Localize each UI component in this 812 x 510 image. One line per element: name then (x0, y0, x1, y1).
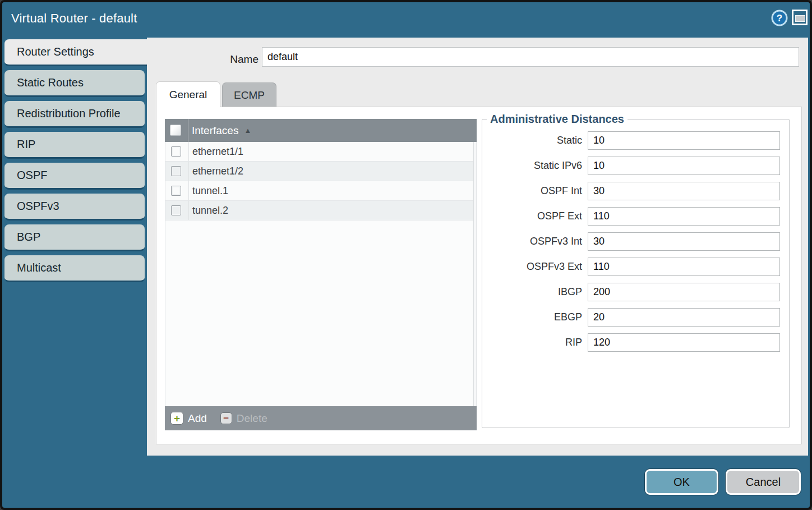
ebgp-label: EBGP (482, 311, 588, 323)
static-input[interactable] (588, 131, 780, 150)
svg-text:?: ? (777, 13, 782, 24)
ibgp-label: IBGP (482, 286, 588, 298)
static-label: Static (482, 135, 588, 146)
static-ipv6-label: Static IPv6 (482, 160, 588, 172)
interfaces-table-body: ethernet1/1 ethernet1/2 tunnel.1 tunnel.… (165, 142, 477, 406)
interface-name: tunnel.2 (192, 205, 228, 217)
sidebar-item-router-settings[interactable]: Router Settings (4, 39, 149, 66)
delete-button-label: Delete (237, 412, 267, 425)
interface-name: ethernet1/1 (192, 146, 243, 158)
sidebar-item-ospf[interactable]: OSPF (4, 163, 145, 190)
interface-name: ethernet1/2 (192, 166, 243, 177)
title-bar: Virtual Router - default ? (2, 2, 810, 38)
tab-ecmp[interactable]: ECMP (222, 82, 276, 107)
ok-button[interactable]: OK (645, 469, 718, 495)
ospf-int-label: OSPF Int (482, 185, 588, 197)
sidebar-item-ospfv3[interactable]: OSPFv3 (4, 194, 145, 220)
ospfv3-int-label: OSPFv3 Int (482, 236, 588, 247)
row-checkbox[interactable] (171, 186, 181, 196)
general-tab-panel: Interfaces ▲ ethernet1/1 ethernet1/2 tun… (156, 107, 802, 444)
table-scrollbar[interactable] (473, 142, 476, 406)
help-icon[interactable]: ? (771, 9, 788, 27)
add-button[interactable]: + Add (170, 412, 207, 425)
name-label: Name (211, 50, 259, 68)
dialog-title: Virtual Router - default (11, 11, 137, 26)
ospf-int-input[interactable] (588, 182, 780, 200)
add-button-label: Add (188, 412, 207, 425)
sort-ascending-icon[interactable]: ▲ (244, 126, 251, 135)
virtual-router-dialog: Virtual Router - default ? Router Settin… (0, 0, 812, 510)
ebgp-input[interactable] (588, 308, 780, 327)
select-all-checkbox[interactable] (170, 125, 181, 136)
static-ipv6-input[interactable] (588, 157, 780, 175)
ospfv3-int-input[interactable] (588, 232, 780, 251)
administrative-distances-legend: Administrative Distances (487, 113, 628, 126)
ospfv3-ext-label: OSPFv3 Ext (482, 261, 588, 273)
ospfv3-ext-input[interactable] (588, 258, 780, 276)
sidebar-item-static-routes[interactable]: Static Routes (4, 70, 145, 97)
interfaces-column-header[interactable]: Interfaces ▲ (165, 119, 477, 142)
ospf-ext-label: OSPF Ext (482, 210, 588, 222)
sidebar-item-redistribution-profile[interactable]: Redistribution Profile (4, 101, 145, 128)
delete-button[interactable]: − Delete (220, 412, 267, 425)
add-plus-icon: + (170, 412, 183, 425)
interface-name: tunnel.1 (192, 185, 228, 197)
row-checkbox[interactable] (171, 205, 181, 215)
row-checkbox[interactable] (171, 166, 181, 176)
sidebar-item-bgp[interactable]: BGP (4, 224, 145, 251)
interfaces-header-label: Interfaces (192, 125, 238, 137)
table-row[interactable]: tunnel.1 (165, 181, 476, 201)
interfaces-table: Interfaces ▲ ethernet1/1 ethernet1/2 tun… (165, 119, 477, 430)
administrative-distances-fieldset: Administrative Distances Static Static I… (482, 113, 790, 428)
table-row[interactable]: ethernet1/2 (165, 162, 476, 181)
ospf-ext-input[interactable] (588, 207, 780, 226)
delete-minus-icon: − (220, 412, 232, 424)
sidebar-item-multicast[interactable]: Multicast (4, 255, 145, 282)
table-footer: + Add − Delete (165, 406, 477, 430)
ibgp-input[interactable] (588, 283, 780, 301)
tab-general[interactable]: General (156, 81, 220, 107)
rip-input[interactable] (588, 333, 780, 352)
window-restore-icon[interactable] (792, 10, 808, 25)
sidebar-item-rip[interactable]: RIP (4, 132, 145, 159)
row-checkbox[interactable] (171, 146, 181, 157)
sidebar: Router Settings Static Routes Redistribu… (4, 39, 149, 286)
rip-label: RIP (482, 337, 588, 348)
cancel-button[interactable]: Cancel (726, 469, 801, 495)
table-row[interactable]: tunnel.2 (165, 201, 476, 220)
table-row[interactable]: ethernet1/1 (165, 142, 476, 162)
name-input[interactable] (262, 47, 799, 67)
